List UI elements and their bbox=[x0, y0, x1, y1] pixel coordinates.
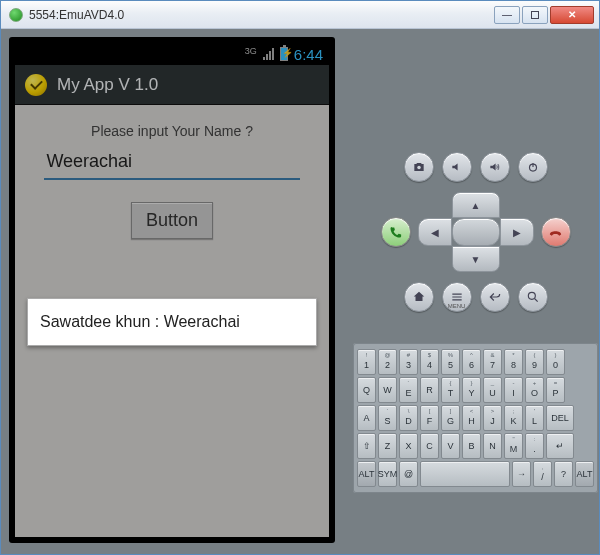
phone-panel: 3G ⚡ 6:44 My App V 1.0 Please input Your… bbox=[1, 29, 343, 554]
key-@[interactable]: @ bbox=[399, 461, 418, 487]
key-A[interactable]: A bbox=[357, 405, 376, 431]
phone-frame: 3G ⚡ 6:44 My App V 1.0 Please input Your… bbox=[9, 37, 335, 543]
key-B[interactable]: B bbox=[462, 433, 481, 459]
android-app-icon bbox=[9, 8, 23, 22]
clock: 6:44 bbox=[294, 46, 323, 63]
android-statusbar: 3G ⚡ 6:44 bbox=[15, 43, 329, 65]
key-Q[interactable]: Q bbox=[357, 377, 376, 403]
actionbar: My App V 1.0 bbox=[15, 65, 329, 105]
key-K[interactable]: ;K bbox=[504, 405, 523, 431]
key-D[interactable]: \D bbox=[399, 405, 418, 431]
key-2[interactable]: @2 bbox=[378, 349, 397, 375]
key-4[interactable]: $4 bbox=[420, 349, 439, 375]
key-X[interactable]: X bbox=[399, 433, 418, 459]
key-R[interactable]: R bbox=[420, 377, 439, 403]
key-⇧[interactable]: ⇧ bbox=[357, 433, 376, 459]
name-input[interactable] bbox=[44, 149, 299, 180]
key-E[interactable]: ´E bbox=[399, 377, 418, 403]
key-1[interactable]: !1 bbox=[357, 349, 376, 375]
name-prompt: Please input Your Name ? bbox=[27, 123, 317, 139]
key-6[interactable]: ^6 bbox=[462, 349, 481, 375]
key-8[interactable]: *8 bbox=[504, 349, 523, 375]
key-J[interactable]: >J bbox=[483, 405, 502, 431]
key-W[interactable]: W bbox=[378, 377, 397, 403]
key-?[interactable]: ? bbox=[554, 461, 573, 487]
key-5[interactable]: %5 bbox=[441, 349, 460, 375]
submit-button[interactable]: Button bbox=[131, 202, 213, 239]
battery-icon: ⚡ bbox=[280, 47, 288, 61]
window-frame: 5554:EmuAVD4.0 — ✕ 3G ⚡ 6:44 My A bbox=[0, 0, 600, 555]
minimize-button[interactable]: — bbox=[494, 6, 520, 24]
phone-screen: 3G ⚡ 6:44 My App V 1.0 Please input Your… bbox=[15, 43, 329, 537]
key-space[interactable] bbox=[420, 461, 510, 487]
app-launcher-icon bbox=[25, 74, 47, 96]
key-/[interactable]: ,/ bbox=[533, 461, 552, 487]
client-area: 3G ⚡ 6:44 My App V 1.0 Please input Your… bbox=[1, 29, 599, 554]
key-.[interactable]: :. bbox=[525, 433, 544, 459]
menu-button[interactable]: MENU bbox=[442, 282, 472, 312]
dpad-up[interactable]: ▲ bbox=[452, 192, 500, 218]
dpad-center[interactable] bbox=[452, 218, 500, 246]
key-F[interactable]: [F bbox=[420, 405, 439, 431]
svg-point-2 bbox=[528, 292, 535, 299]
camera-button[interactable] bbox=[404, 152, 434, 182]
key-I[interactable]: -I bbox=[504, 377, 523, 403]
toast-message: Sawatdee khun : Weerachai bbox=[40, 313, 240, 330]
key-O[interactable]: +O bbox=[525, 377, 544, 403]
key-9[interactable]: (9 bbox=[525, 349, 544, 375]
home-button[interactable] bbox=[404, 282, 434, 312]
key-→[interactable]: → bbox=[512, 461, 531, 487]
dpad: ▲ ◀ ▶ ▼ bbox=[418, 192, 534, 272]
key-Y[interactable]: }Y bbox=[462, 377, 481, 403]
dpad-left[interactable]: ◀ bbox=[418, 218, 452, 246]
key-7[interactable]: &7 bbox=[483, 349, 502, 375]
key-M[interactable]: "M bbox=[504, 433, 523, 459]
power-button[interactable] bbox=[518, 152, 548, 182]
signal-icon bbox=[263, 48, 274, 60]
maximize-button[interactable] bbox=[522, 6, 548, 24]
hardware-controls: ▲ ◀ ▶ ▼ MENU bbox=[381, 147, 571, 317]
key-L[interactable]: 'L bbox=[525, 405, 544, 431]
close-button[interactable]: ✕ bbox=[550, 6, 594, 24]
volume-down-button[interactable] bbox=[442, 152, 472, 182]
key-SYM[interactable]: SYM bbox=[378, 461, 397, 487]
network-label: 3G bbox=[245, 46, 257, 56]
call-button[interactable] bbox=[381, 217, 411, 247]
titlebar: 5554:EmuAVD4.0 — ✕ bbox=[1, 1, 599, 29]
back-button[interactable] bbox=[480, 282, 510, 312]
window-buttons: — ✕ bbox=[494, 6, 594, 24]
key-H[interactable]: <H bbox=[462, 405, 481, 431]
key-3[interactable]: #3 bbox=[399, 349, 418, 375]
key-ALT[interactable]: ALT bbox=[575, 461, 594, 487]
search-button[interactable] bbox=[518, 282, 548, 312]
volume-up-button[interactable] bbox=[480, 152, 510, 182]
key-↵[interactable]: ↵ bbox=[546, 433, 574, 459]
emulator-keyboard: !1@2#3$4%5^6&7*8(9)0QW´ER{T}Y_U-I+O=PA`S… bbox=[353, 343, 598, 493]
key-0[interactable]: )0 bbox=[546, 349, 565, 375]
key-P[interactable]: =P bbox=[546, 377, 565, 403]
window-title: 5554:EmuAVD4.0 bbox=[29, 8, 494, 22]
key-N[interactable]: N bbox=[483, 433, 502, 459]
key-G[interactable]: ]G bbox=[441, 405, 460, 431]
key-V[interactable]: V bbox=[441, 433, 460, 459]
key-T[interactable]: {T bbox=[441, 377, 460, 403]
svg-point-0 bbox=[417, 166, 421, 170]
dpad-right[interactable]: ▶ bbox=[500, 218, 534, 246]
emulator-controls-panel: ▲ ◀ ▶ ▼ MENU !1@2#3$4%5^6&7*8(9)0QW´ER{T… bbox=[343, 29, 600, 554]
key-Z[interactable]: Z bbox=[378, 433, 397, 459]
key-C[interactable]: C bbox=[420, 433, 439, 459]
app-title: My App V 1.0 bbox=[57, 75, 158, 95]
dpad-down[interactable]: ▼ bbox=[452, 246, 500, 272]
key-ALT[interactable]: ALT bbox=[357, 461, 376, 487]
end-call-button[interactable] bbox=[541, 217, 571, 247]
key-S[interactable]: `S bbox=[378, 405, 397, 431]
toast-dialog: Sawatdee khun : Weerachai bbox=[27, 298, 317, 346]
key-DEL[interactable]: DEL bbox=[546, 405, 574, 431]
key-U[interactable]: _U bbox=[483, 377, 502, 403]
